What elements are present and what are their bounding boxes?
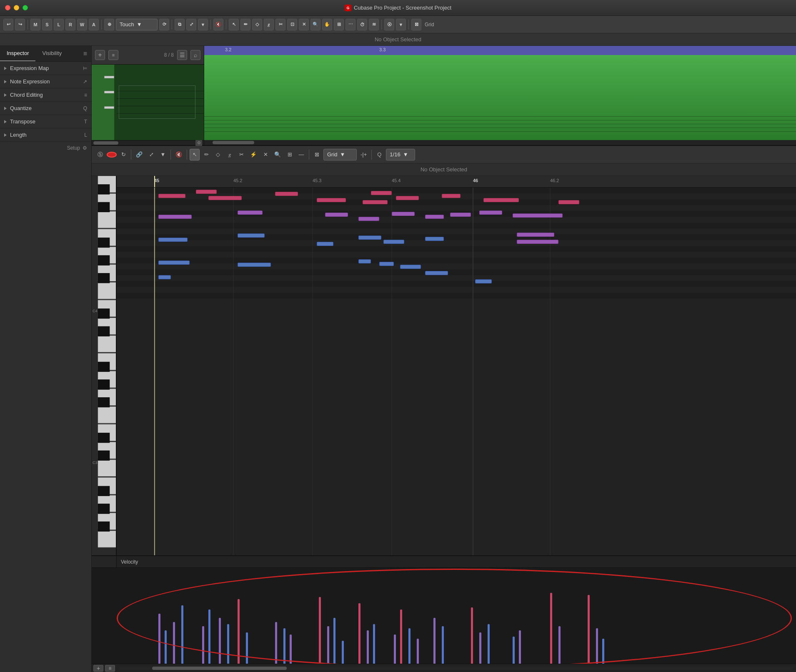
track-list-view-button[interactable]: ☰ [177, 50, 187, 60]
midi-icon[interactable]: ⊕ [104, 19, 114, 30]
track-settings-button[interactable]: ≡ [108, 50, 118, 60]
snap-minus[interactable]: -|+ [358, 149, 369, 160]
paint-btn[interactable]: — [296, 149, 306, 160]
inspector-item-length[interactable]: Length L [0, 128, 91, 142]
glue-btn[interactable]: 𝑔 [225, 149, 235, 160]
maximize-button[interactable] [23, 5, 28, 10]
velocity-bar [173, 622, 175, 664]
chord-editing-label: Chord Editing [10, 92, 83, 98]
grid-dropdown-arrow: ▼ [340, 151, 345, 158]
comp-tool[interactable]: ⋯ [345, 19, 355, 30]
snap-button[interactable]: ⊠ [411, 19, 421, 30]
link-btn[interactable]: 🔗 [134, 149, 145, 160]
settings-button[interactable]: ⚙ [195, 140, 202, 146]
r-button[interactable]: R [65, 19, 75, 30]
window-controls[interactable] [5, 5, 28, 10]
link-button[interactable]: ⧉ [175, 19, 185, 30]
mute-btn2[interactable]: ✕ [260, 149, 270, 160]
reset-button[interactable]: ⟳ [159, 19, 169, 30]
add-track-button[interactable]: + [95, 50, 105, 60]
solo-button[interactable]: Ⓢ [95, 149, 105, 160]
hand-tool[interactable]: ✋ [322, 19, 332, 30]
select-btn[interactable]: ↖ [190, 149, 200, 160]
scroll-btn[interactable]: ⊞ [285, 149, 295, 160]
w-button[interactable]: W [77, 19, 87, 30]
inspector-menu-button[interactable]: ≡ [79, 47, 91, 61]
midi-note [517, 240, 558, 244]
loop-button[interactable]: ↻ [118, 149, 128, 160]
mute-btn[interactable]: 🔇 [173, 149, 184, 160]
erase-btn[interactable]: ◇ [213, 149, 223, 160]
editor-area: Ⓢ ↻ 🔗 ⤢ ▼ 🔇 ↖ ✏ ◇ 𝑔 ✂ ⚡ ✕ 🔍 ⊞ — [92, 146, 796, 672]
inspector-item-transpose[interactable]: Transpose T [0, 115, 91, 128]
minimize-button[interactable] [14, 5, 19, 10]
inspector-item-quantize[interactable]: Quantize Q [0, 102, 91, 115]
mute-tool[interactable]: ✕ [299, 19, 309, 30]
l-button[interactable]: L [54, 19, 64, 30]
m-button[interactable]: M [30, 19, 40, 30]
inspector-item-expression-map[interactable]: Expression Map ⊨ [0, 62, 91, 75]
select-tool[interactable]: ↖ [229, 19, 239, 30]
velocity-bar [394, 634, 396, 664]
audio-tool[interactable]: ≋ [369, 19, 379, 30]
scissors-tool[interactable]: ✂ [275, 19, 285, 30]
quantize-dropdown[interactable]: 1/16 ▼ [386, 149, 415, 160]
tab-inspector[interactable]: Inspector [0, 46, 35, 61]
velocity-bar-pink [319, 597, 321, 664]
grid-dropdown[interactable]: Grid ▼ [323, 149, 357, 160]
mute-button[interactable]: 🔇 [213, 19, 223, 30]
inspector-item-chord-editing[interactable]: Chord Editing ≡ [0, 88, 91, 102]
add-button[interactable]: + [93, 665, 103, 672]
svg-rect-9 [98, 336, 116, 352]
midi-note [158, 275, 171, 279]
scrollbar-thumb[interactable] [152, 667, 287, 670]
close-button[interactable] [5, 5, 10, 10]
tab-visibility[interactable]: Visibility [35, 46, 68, 61]
pencil-tool[interactable]: ✏ [240, 19, 250, 30]
macro-tool[interactable]: ⦿ [384, 19, 394, 30]
move-dropdown[interactable]: ▼ [158, 149, 168, 160]
range-tool[interactable]: ⊡ [287, 19, 297, 30]
a-button[interactable]: A [89, 19, 99, 30]
split-tool[interactable]: ⊞ [334, 19, 344, 30]
undo-button[interactable]: ↩ [3, 19, 13, 30]
zoom-btn[interactable]: 🔍 [272, 149, 283, 160]
svg-rect-2 [98, 211, 116, 228]
touch-mode-dropdown[interactable]: Touch ▼ [116, 19, 158, 30]
velocity-bar [513, 637, 515, 664]
midi-note [425, 237, 444, 241]
inspector-tabs: Inspector Visibility ≡ [0, 46, 91, 62]
setup-button[interactable]: Setup ⚙ [0, 142, 91, 154]
s-button[interactable]: S [42, 19, 52, 30]
piano-roll-grid[interactable]: 45 45.2 45.3 45.4 46 46.2 [117, 176, 796, 555]
redo-button[interactable]: ↪ [15, 19, 25, 30]
list-button[interactable]: ≡ [105, 665, 115, 672]
track-thumbnail [92, 65, 204, 140]
midi-note [158, 215, 192, 219]
draw-btn[interactable]: ✏ [201, 149, 211, 160]
scroll-thumb[interactable] [93, 141, 118, 145]
move-button[interactable]: ⤢ [186, 19, 196, 30]
midi-note [196, 190, 217, 194]
follow-tool[interactable]: ▼ [396, 19, 406, 30]
time-warp[interactable]: ⏱ [357, 19, 367, 30]
zoom-tool[interactable]: 🔍 [310, 19, 320, 30]
scroll-thumb-h[interactable] [213, 141, 254, 144]
snap-btn[interactable]: ⊠ [312, 149, 322, 160]
svg-rect-32 [98, 451, 110, 460]
svg-rect-27 [98, 326, 110, 336]
record-button[interactable] [107, 152, 117, 158]
dropdown2-button[interactable]: ▼ [198, 19, 208, 30]
keys-area: C4 C3 [92, 176, 116, 555]
erase-tool[interactable]: ◇ [252, 19, 262, 30]
velocity-bar [275, 622, 277, 664]
velocity-btn[interactable]: ⚡ [248, 149, 259, 160]
move-btn[interactable]: ⤢ [146, 149, 156, 160]
midi-note [475, 279, 492, 283]
split-btn[interactable]: ✂ [236, 149, 246, 160]
glue-tool[interactable]: 𝑔 [264, 19, 274, 30]
track-header-top: + ≡ 8 / 8 ☰ ⌕ [92, 46, 204, 65]
inspector-item-note-expression[interactable]: Note Expression ↗ [0, 75, 91, 88]
track-search-button[interactable]: ⌕ [190, 50, 200, 60]
svg-rect-43 [117, 269, 796, 275]
